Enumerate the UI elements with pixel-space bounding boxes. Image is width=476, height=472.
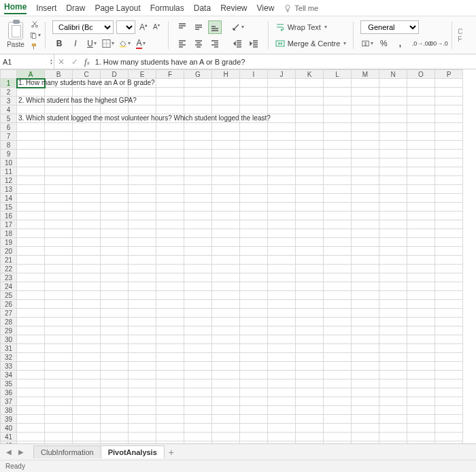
- cell-F9[interactable]: [156, 150, 184, 158]
- cell-C34[interactable]: [73, 371, 101, 380]
- cell-B26[interactable]: [45, 300, 73, 309]
- cell-O38[interactable]: [407, 406, 435, 415]
- cell-I34[interactable]: [240, 371, 268, 380]
- cell-E25[interactable]: [129, 291, 156, 300]
- cell-O29[interactable]: [407, 326, 435, 335]
- cell-K10[interactable]: [296, 158, 324, 167]
- cell-O1[interactable]: [407, 79, 435, 88]
- cell-H17[interactable]: [212, 220, 240, 229]
- cell-K14[interactable]: [296, 194, 324, 203]
- cell-P31[interactable]: [435, 344, 463, 353]
- cell-E14[interactable]: [129, 194, 156, 203]
- cell-G37[interactable]: [184, 397, 212, 406]
- cell-F32[interactable]: [156, 353, 184, 362]
- tab-formulas[interactable]: Formulas: [150, 3, 184, 13]
- cell-L29[interactable]: [324, 326, 352, 335]
- cell-C23[interactable]: [73, 273, 101, 282]
- cell-J11[interactable]: [268, 167, 296, 176]
- cell-A10[interactable]: [17, 158, 45, 167]
- cell-K9[interactable]: [296, 150, 324, 158]
- decrease-font-button[interactable]: A▾: [152, 22, 161, 31]
- cell-G10[interactable]: [184, 158, 212, 167]
- cell-N4[interactable]: [379, 105, 407, 114]
- cell-G9[interactable]: [184, 150, 212, 158]
- cell-D17[interactable]: [101, 220, 129, 229]
- cell-C41[interactable]: [73, 433, 101, 441]
- cell-B14[interactable]: [45, 194, 73, 203]
- cell-H34[interactable]: [212, 371, 240, 380]
- cell-O36[interactable]: [407, 388, 435, 397]
- cell-G2[interactable]: [184, 88, 212, 97]
- cell-P12[interactable]: [435, 176, 463, 185]
- cell-I3[interactable]: [240, 97, 268, 105]
- cell-H27[interactable]: [212, 309, 240, 318]
- cell-C15[interactable]: [73, 203, 101, 212]
- cell-D34[interactable]: [101, 371, 129, 380]
- column-header-J[interactable]: J: [268, 70, 296, 79]
- cell-E3[interactable]: [129, 97, 156, 105]
- cell-B40[interactable]: [45, 424, 73, 433]
- cell-P15[interactable]: [435, 203, 463, 212]
- cell-I9[interactable]: [240, 150, 268, 158]
- cell-N24[interactable]: [379, 282, 407, 291]
- cell-G17[interactable]: [184, 220, 212, 229]
- cell-I17[interactable]: [240, 220, 268, 229]
- cell-K15[interactable]: [296, 203, 324, 212]
- cell-I15[interactable]: [240, 203, 268, 212]
- cell-G12[interactable]: [184, 176, 212, 185]
- cell-K19[interactable]: [296, 238, 324, 247]
- cell-L6[interactable]: [324, 123, 352, 132]
- cell-K17[interactable]: [296, 220, 324, 229]
- cell-F12[interactable]: [156, 176, 184, 185]
- cell-F33[interactable]: [156, 362, 184, 371]
- cell-D14[interactable]: [101, 194, 129, 203]
- cell-M6[interactable]: [352, 123, 379, 132]
- cell-H6[interactable]: [212, 123, 240, 132]
- cell-M35[interactable]: [352, 380, 379, 388]
- cell-C2[interactable]: [73, 88, 101, 97]
- cell-D41[interactable]: [101, 433, 129, 441]
- orientation-button[interactable]: ▾: [231, 20, 245, 34]
- cell-A28[interactable]: [17, 318, 45, 326]
- cell-N12[interactable]: [379, 176, 407, 185]
- cell-O23[interactable]: [407, 273, 435, 282]
- cell-H23[interactable]: [212, 273, 240, 282]
- cell-M9[interactable]: [352, 150, 379, 158]
- cell-O31[interactable]: [407, 344, 435, 353]
- cell-A5[interactable]: 3. Which student logged the most volunte…: [17, 114, 45, 123]
- cell-F34[interactable]: [156, 371, 184, 380]
- cell-J29[interactable]: [268, 326, 296, 335]
- cell-O13[interactable]: [407, 185, 435, 194]
- cell-J30[interactable]: [268, 335, 296, 344]
- row-header-41[interactable]: 41: [1, 433, 17, 441]
- cell-E28[interactable]: [129, 318, 156, 326]
- cell-B5[interactable]: [45, 114, 73, 123]
- cell-A15[interactable]: [17, 203, 45, 212]
- cell-B28[interactable]: [45, 318, 73, 326]
- tab-home[interactable]: Home: [4, 2, 27, 14]
- cell-C11[interactable]: [73, 167, 101, 176]
- cell-E24[interactable]: [129, 282, 156, 291]
- cell-O26[interactable]: [407, 300, 435, 309]
- cell-A20[interactable]: [17, 247, 45, 256]
- cell-O24[interactable]: [407, 282, 435, 291]
- cell-G24[interactable]: [184, 282, 212, 291]
- cell-E6[interactable]: [129, 123, 156, 132]
- cell-H18[interactable]: [212, 229, 240, 238]
- cell-I20[interactable]: [240, 247, 268, 256]
- cell-F14[interactable]: [156, 194, 184, 203]
- cell-E21[interactable]: [129, 256, 156, 265]
- cell-F2[interactable]: [156, 88, 184, 97]
- cell-B6[interactable]: [45, 123, 73, 132]
- cell-L26[interactable]: [324, 300, 352, 309]
- row-header-30[interactable]: 30: [1, 335, 17, 344]
- cell-D22[interactable]: [101, 265, 129, 273]
- cell-K37[interactable]: [296, 397, 324, 406]
- cell-E7[interactable]: [129, 132, 156, 141]
- cell-K23[interactable]: [296, 273, 324, 282]
- cell-A40[interactable]: [17, 424, 45, 433]
- row-header-14[interactable]: 14: [1, 194, 17, 203]
- cell-A2[interactable]: [17, 88, 45, 97]
- cell-G36[interactable]: [184, 388, 212, 397]
- cell-D39[interactable]: [101, 415, 129, 424]
